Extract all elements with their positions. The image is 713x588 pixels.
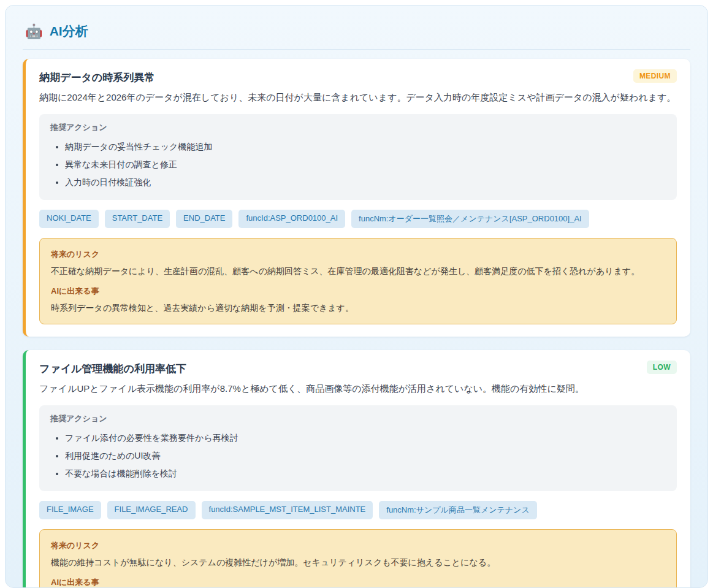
risk-box: 将来のリスク 機能の維持コストが無駄になり、システムの複雑性だけが増加。セキュリ… (39, 529, 677, 588)
action-item: 納期データの妥当性チェック機能追加 (65, 138, 666, 156)
ai-analysis-panel: 🤖 AI分析 納期データの時系列異常 MEDIUM 納期に2024年と2026年… (5, 5, 708, 588)
card-description: ファイルUPとファイル表示機能の利用率が8.7%と極めて低く、商品画像等の添付機… (39, 381, 677, 397)
recommended-actions: 推奨アクション ファイル添付の必要性を業務要件から再検討 利用促進のためのUI改… (39, 405, 677, 491)
future-risk-text: 不正確な納期データにより、生産計画の混乱、顧客への納期回答ミス、在庫管理の最適化… (51, 264, 665, 278)
future-risk-text: 機能の維持コストが無駄になり、システムの複雑性だけが増加。セキュリティリスクも不… (51, 556, 665, 569)
recommended-actions-label: 推奨アクション (50, 122, 666, 133)
insight-card-delivery-date-anomaly: 納期データの時系列異常 MEDIUM 納期に2024年と2026年のデータが混在… (23, 59, 690, 337)
action-item: ファイル添付の必要性を業務要件から再検討 (65, 429, 666, 447)
tag-chip: funcNm:サンプル商品一覧メンテナンス (379, 501, 536, 519)
tag-list: NOKI_DATE START_DATE END_DATE funcId:ASP… (39, 210, 677, 228)
recommended-actions: 推奨アクション 納期データの妥当性チェック機能追加 異常な未来日付の調査と修正 … (39, 114, 677, 200)
ai-capability-label: AIに出来る事 (51, 286, 665, 297)
tag-chip: END_DATE (176, 210, 232, 228)
future-risk-label: 将来のリスク (51, 249, 665, 260)
tag-chip: FILE_IMAGE (39, 501, 101, 519)
action-item: 利用促進のためのUI改善 (65, 447, 666, 465)
severity-badge: MEDIUM (633, 69, 677, 83)
recommended-actions-label: 推奨アクション (50, 413, 666, 424)
card-description: 納期に2024年と2026年のデータが混在しており、未来の日付が大量に含まれてい… (39, 90, 677, 105)
recommended-actions-list: ファイル添付の必要性を業務要件から再検討 利用促進のためのUI改善 不要な場合は… (50, 429, 666, 483)
panel-title: AI分析 (50, 23, 88, 40)
future-risk-label: 将来のリスク (51, 540, 665, 551)
tag-chip: funcId:ASP_ORD0100_AI (238, 210, 345, 228)
card-title: 納期データの時系列異常 (39, 69, 154, 85)
card-header: ファイル管理機能の利用率低下 LOW (39, 361, 677, 376)
card-title: ファイル管理機能の利用率低下 (39, 361, 186, 376)
tag-chip: FILE_IMAGE_READ (107, 501, 196, 519)
action-item: 入力時の日付検証強化 (65, 174, 666, 191)
panel-header: 🤖 AI分析 (23, 20, 690, 50)
tag-list: FILE_IMAGE FILE_IMAGE_READ funcId:SAMPLE… (39, 501, 677, 519)
tag-chip: START_DATE (105, 210, 170, 228)
tag-chip: NOKI_DATE (39, 210, 99, 228)
severity-badge: LOW (647, 361, 677, 374)
tag-chip: funcNm:オーダー一覧照会／メンテナンス[ASP_ORD0100]_AI (351, 210, 589, 228)
card-header: 納期データの時系列異常 MEDIUM (39, 69, 677, 85)
action-item: 不要な場合は機能削除を検討 (65, 465, 666, 483)
ai-capability-text: 時系列データの異常検知と、過去実績から適切な納期を予測・提案できます。 (51, 301, 665, 315)
insight-card-file-usage-decline: ファイル管理機能の利用率低下 LOW ファイルUPとファイル表示機能の利用率が8… (23, 350, 690, 588)
risk-box: 将来のリスク 不正確な納期データにより、生産計画の混乱、顧客への納期回答ミス、在… (39, 238, 677, 324)
action-item: 異常な未来日付の調査と修正 (65, 156, 666, 174)
tag-chip: funcId:SAMPLE_MST_ITEM_LIST_MAINTE (202, 501, 373, 519)
robot-icon: 🤖 (25, 25, 43, 39)
ai-capability-label: AIに出来る事 (51, 577, 665, 588)
recommended-actions-list: 納期データの妥当性チェック機能追加 異常な未来日付の調査と修正 入力時の日付検証… (50, 138, 666, 191)
